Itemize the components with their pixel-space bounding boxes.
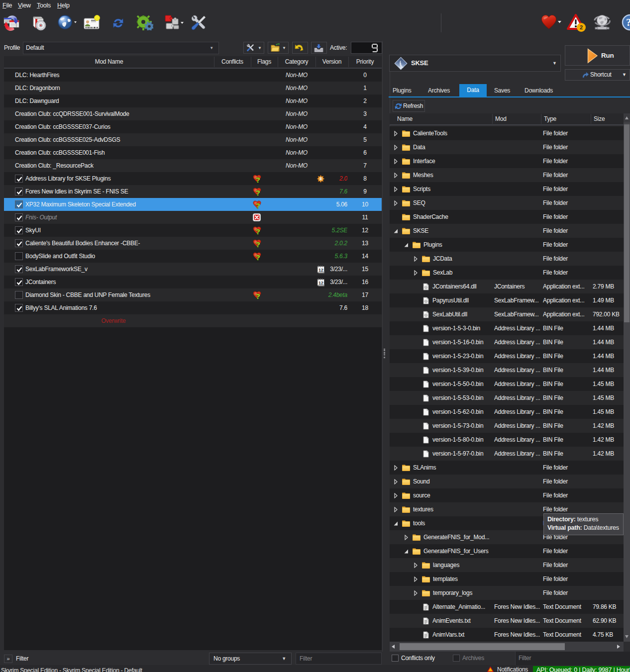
svg-text:?: ? <box>256 227 260 236</box>
svg-text:?: ? <box>256 189 260 197</box>
svg-text:?: ? <box>256 176 260 184</box>
svg-text:?: ? <box>256 201 260 210</box>
svg-text:?: ? <box>256 292 260 300</box>
svg-text:2: 2 <box>580 24 583 30</box>
svg-text:?: ? <box>256 253 260 262</box>
svg-text:?: ? <box>256 240 260 249</box>
svg-text:?: ? <box>626 16 630 28</box>
